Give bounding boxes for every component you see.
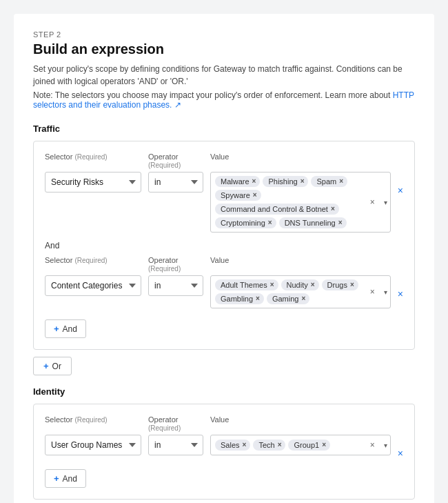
tag-sales-close[interactable]: × [243,442,247,448]
page-container: STEP 2 Build an expression Set your poli… [14,14,434,503]
identity-section-title: Identity [33,386,415,397]
tag-cryptomining-close[interactable]: × [268,219,272,226]
selector-label-1: Selector (Required) [45,152,141,169]
value-clear-1[interactable]: × [369,198,376,206]
tag-gambling-close[interactable]: × [256,295,260,302]
step-label: STEP 2 [33,30,415,39]
identity-field-labels: Selector (Required) Operator (Required) … [45,415,403,432]
tag-dns-tunneling-close[interactable]: × [338,219,343,226]
traffic-field-labels: Selector (Required) Operator (Required) … [45,152,403,169]
traffic-add-or-button[interactable]: + Or [33,357,72,375]
delete-row-2[interactable]: × [398,289,403,299]
tag-nudity: Nudity × [281,279,319,290]
traffic-section-box: Selector (Required) Operator (Required) … [33,141,415,350]
tag-c2botnet-close[interactable]: × [331,206,335,213]
traffic-or-btn-wrap: + Or [33,357,415,375]
value-wrapper-2: Adult Themes × Nudity × Drugs × Gambling… [210,275,391,308]
tag-c2botnet: Command and Control & Botnet × [215,204,339,215]
selector-select-3[interactable]: User Group Names Security Risks [45,435,141,455]
traffic-condition-1: Security Risks Content Categories User G… [45,172,403,233]
operator-label-3: Operator (Required) [148,415,203,432]
operator-select-3[interactable]: in not in [148,435,203,455]
traffic-field-labels-2: Selector (Required) Operator (Required) … [45,256,403,273]
tag-tech: Tech × [253,440,285,451]
operator-label-2: Operator (Required) [148,256,203,273]
traffic-section-title: Traffic [33,124,415,134]
value-label-3: Value [210,415,229,432]
value-dropdown-2[interactable]: ▾ [384,288,387,296]
tag-gaming-close[interactable]: × [301,295,305,302]
tag-gambling: Gambling × [215,293,264,304]
identity-condition-1: User Group Names Security Risks in not i… [45,435,403,458]
identity-add-and-button[interactable]: + And [45,469,86,488]
value-wrapper-1: Malware × Phishing × Spam × Spyware × [210,172,391,233]
value-dropdown-3[interactable]: ▾ [384,442,387,449]
operator-label-1: Operator (Required) [148,152,203,169]
tag-adult-themes: Adult Themes × [215,279,278,290]
value-box-1[interactable]: Malware × Phishing × Spam × Spyware × [210,172,391,233]
tag-drugs-close[interactable]: × [350,282,354,288]
or-plus-icon-traffic: + [43,361,49,371]
selector-select-1[interactable]: Security Risks Content Categories User G… [45,172,141,193]
traffic-condition-2: Content Categories Security Risks User G… [45,275,403,308]
tag-malware: Malware × [215,176,260,187]
value-label-2: Value [210,256,229,273]
page-note: Note: The selectors you choose may impac… [33,90,415,110]
value-dropdown-1[interactable]: ▾ [384,199,387,206]
operator-select-2[interactable]: in not in [148,275,203,296]
tag-spyware-close[interactable]: × [253,192,257,199]
value-box-3[interactable]: Sales × Tech × Group1 × × ▾ [210,435,391,455]
value-clear-2[interactable]: × [369,288,376,296]
tag-cryptomining: Cryptomining × [215,217,276,228]
tag-group1: Group1 × [288,440,330,451]
and-plus-icon: + [54,324,59,334]
selector-label-3: Selector (Required) [45,415,141,432]
tag-tech-close[interactable]: × [278,442,282,448]
tag-spam: Spam × [311,176,347,187]
delete-row-3[interactable]: × [398,448,403,458]
tag-nudity-close[interactable]: × [311,282,315,288]
operator-select-1[interactable]: in not in [148,172,203,193]
tag-phishing: Phishing × [263,176,308,187]
value-wrapper-3: Sales × Tech × Group1 × × ▾ [210,435,391,455]
value-clear-3[interactable]: × [369,441,376,449]
and-label-traffic: And [45,241,403,250]
value-label-1: Value [210,152,229,169]
tag-spyware: Spyware × [215,190,261,201]
selector-select-2[interactable]: Content Categories Security Risks User G… [45,275,141,296]
traffic-add-and-button[interactable]: + And [45,319,86,338]
tag-phishing-close[interactable]: × [301,178,305,185]
tag-malware-close[interactable]: × [252,178,256,185]
tag-adult-themes-close[interactable]: × [270,282,274,288]
and-plus-icon-identity: + [54,473,59,484]
page-title: Build an expression [33,41,415,57]
tag-group1-close[interactable]: × [322,442,326,448]
identity-section-box: Selector (Required) Operator (Required) … [33,404,415,500]
selector-label-2: Selector (Required) [45,256,141,273]
tag-sales: Sales × [215,440,250,451]
delete-row-1[interactable]: × [398,186,403,195]
tag-gaming: Gaming × [267,293,309,304]
tag-drugs: Drugs × [322,279,358,290]
tag-dns-tunneling: DNS Tunneling × [279,217,347,228]
value-box-2[interactable]: Adult Themes × Nudity × Drugs × Gambling… [210,275,391,308]
page-description: Set your policy's scope by defining cond… [33,63,415,88]
tag-spam-close[interactable]: × [339,178,343,185]
